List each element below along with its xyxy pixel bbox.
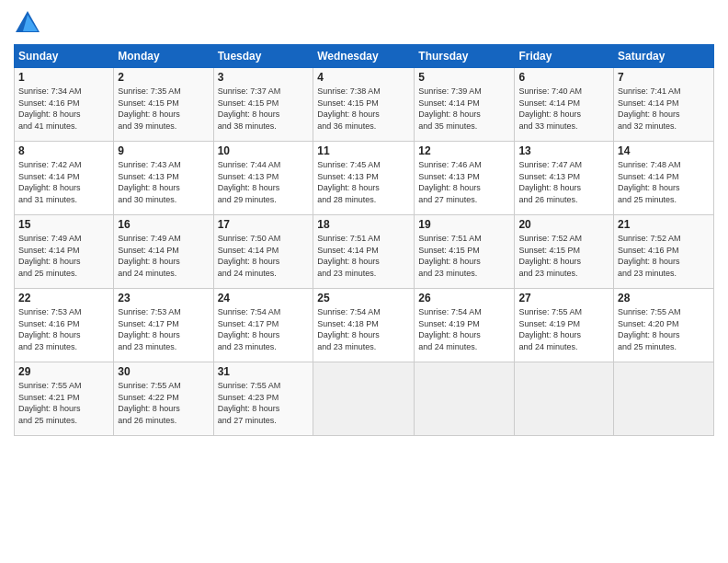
logo <box>14 9 45 37</box>
calendar-cell: 26Sunrise: 7:54 AMSunset: 4:19 PMDayligh… <box>415 289 515 362</box>
day-number: 8 <box>18 144 109 157</box>
day-number: 23 <box>118 292 209 304</box>
calendar-cell: 21Sunrise: 7:52 AMSunset: 4:16 PMDayligh… <box>614 215 714 289</box>
calendar-cell: 12Sunrise: 7:46 AMSunset: 4:13 PMDayligh… <box>415 142 515 215</box>
calendar-week-5: 29Sunrise: 7:55 AMSunset: 4:21 PMDayligh… <box>15 362 714 436</box>
day-info: Sunrise: 7:49 AMSunset: 4:14 PMDaylight:… <box>118 233 209 279</box>
day-info: Sunrise: 7:41 AMSunset: 4:14 PMDaylight:… <box>618 86 710 132</box>
calendar-cell: 23Sunrise: 7:53 AMSunset: 4:17 PMDayligh… <box>114 289 213 362</box>
day-info: Sunrise: 7:50 AMSunset: 4:14 PMDaylight:… <box>218 233 310 279</box>
day-number: 12 <box>418 144 510 157</box>
day-info: Sunrise: 7:37 AMSunset: 4:15 PMDaylight:… <box>218 86 310 132</box>
day-number: 27 <box>518 292 609 304</box>
calendar-cell <box>313 362 415 436</box>
calendar-cell <box>614 362 714 436</box>
day-header-tuesday: Tuesday <box>213 45 313 68</box>
calendar-week-4: 22Sunrise: 7:53 AMSunset: 4:16 PMDayligh… <box>15 289 714 362</box>
calendar-cell: 27Sunrise: 7:55 AMSunset: 4:19 PMDayligh… <box>515 289 614 362</box>
day-number: 11 <box>317 144 410 157</box>
day-number: 14 <box>618 144 710 157</box>
calendar-week-2: 8Sunrise: 7:42 AMSunset: 4:14 PMDaylight… <box>15 142 714 215</box>
day-number: 10 <box>218 144 310 157</box>
day-number: 22 <box>18 292 109 304</box>
day-number: 29 <box>18 365 109 378</box>
day-info: Sunrise: 7:40 AMSunset: 4:14 PMDaylight:… <box>518 86 609 132</box>
calendar-cell: 9Sunrise: 7:43 AMSunset: 4:13 PMDaylight… <box>114 142 213 215</box>
calendar-cell: 10Sunrise: 7:44 AMSunset: 4:13 PMDayligh… <box>213 142 313 215</box>
day-info: Sunrise: 7:42 AMSunset: 4:14 PMDaylight:… <box>18 159 109 205</box>
calendar-cell: 2Sunrise: 7:35 AMSunset: 4:15 PMDaylight… <box>114 68 213 142</box>
calendar-cell: 30Sunrise: 7:55 AMSunset: 4:22 PMDayligh… <box>114 362 213 436</box>
calendar-cell <box>515 362 614 436</box>
calendar-cell <box>415 362 515 436</box>
day-header-monday: Monday <box>114 45 213 68</box>
day-number: 17 <box>218 218 310 231</box>
day-number: 20 <box>518 218 609 231</box>
day-number: 3 <box>218 71 310 84</box>
day-info: Sunrise: 7:53 AMSunset: 4:17 PMDaylight:… <box>118 306 209 352</box>
calendar-body: 1Sunrise: 7:34 AMSunset: 4:16 PMDaylight… <box>15 68 714 436</box>
day-info: Sunrise: 7:54 AMSunset: 4:18 PMDaylight:… <box>317 306 410 352</box>
calendar-cell: 6Sunrise: 7:40 AMSunset: 4:14 PMDaylight… <box>515 68 614 142</box>
calendar-cell: 28Sunrise: 7:55 AMSunset: 4:20 PMDayligh… <box>614 289 714 362</box>
day-info: Sunrise: 7:51 AMSunset: 4:14 PMDaylight:… <box>317 233 410 279</box>
day-info: Sunrise: 7:55 AMSunset: 4:22 PMDaylight:… <box>118 380 209 426</box>
day-number: 15 <box>18 218 109 231</box>
calendar-header-row: SundayMondayTuesdayWednesdayThursdayFrid… <box>15 45 714 68</box>
day-number: 24 <box>218 292 310 304</box>
day-number: 21 <box>618 218 710 231</box>
calendar-cell: 8Sunrise: 7:42 AMSunset: 4:14 PMDaylight… <box>15 142 114 215</box>
day-info: Sunrise: 7:51 AMSunset: 4:15 PMDaylight:… <box>418 233 510 279</box>
day-number: 16 <box>118 218 209 231</box>
calendar-cell: 18Sunrise: 7:51 AMSunset: 4:14 PMDayligh… <box>313 215 415 289</box>
calendar-cell: 22Sunrise: 7:53 AMSunset: 4:16 PMDayligh… <box>15 289 114 362</box>
calendar-table: SundayMondayTuesdayWednesdayThursdayFrid… <box>14 44 714 436</box>
day-info: Sunrise: 7:35 AMSunset: 4:15 PMDaylight:… <box>118 86 209 132</box>
calendar-cell: 15Sunrise: 7:49 AMSunset: 4:14 PMDayligh… <box>15 215 114 289</box>
day-number: 1 <box>18 71 109 84</box>
day-number: 13 <box>518 144 609 157</box>
day-number: 25 <box>317 292 410 304</box>
day-info: Sunrise: 7:43 AMSunset: 4:13 PMDaylight:… <box>118 159 209 205</box>
day-number: 19 <box>418 218 510 231</box>
day-info: Sunrise: 7:44 AMSunset: 4:13 PMDaylight:… <box>218 159 310 205</box>
page: SundayMondayTuesdayWednesdayThursdayFrid… <box>0 0 728 563</box>
day-info: Sunrise: 7:48 AMSunset: 4:14 PMDaylight:… <box>618 159 710 205</box>
day-number: 5 <box>418 71 510 84</box>
calendar-cell: 25Sunrise: 7:54 AMSunset: 4:18 PMDayligh… <box>313 289 415 362</box>
day-number: 4 <box>317 71 410 84</box>
day-number: 18 <box>317 218 410 231</box>
day-header-thursday: Thursday <box>415 45 515 68</box>
day-header-sunday: Sunday <box>15 45 114 68</box>
calendar-cell: 29Sunrise: 7:55 AMSunset: 4:21 PMDayligh… <box>15 362 114 436</box>
calendar-week-3: 15Sunrise: 7:49 AMSunset: 4:14 PMDayligh… <box>15 215 714 289</box>
day-info: Sunrise: 7:47 AMSunset: 4:13 PMDaylight:… <box>518 159 609 205</box>
day-info: Sunrise: 7:52 AMSunset: 4:15 PMDaylight:… <box>518 233 609 279</box>
day-info: Sunrise: 7:38 AMSunset: 4:15 PMDaylight:… <box>317 86 410 132</box>
day-number: 9 <box>118 144 209 157</box>
header <box>14 9 714 37</box>
day-header-friday: Friday <box>515 45 614 68</box>
calendar-cell: 4Sunrise: 7:38 AMSunset: 4:15 PMDaylight… <box>313 68 415 142</box>
day-info: Sunrise: 7:55 AMSunset: 4:23 PMDaylight:… <box>218 380 310 426</box>
calendar-cell: 31Sunrise: 7:55 AMSunset: 4:23 PMDayligh… <box>213 362 313 436</box>
day-number: 28 <box>618 292 710 304</box>
day-info: Sunrise: 7:55 AMSunset: 4:21 PMDaylight:… <box>18 380 109 426</box>
day-number: 30 <box>118 365 209 378</box>
calendar-cell: 19Sunrise: 7:51 AMSunset: 4:15 PMDayligh… <box>415 215 515 289</box>
calendar-cell: 14Sunrise: 7:48 AMSunset: 4:14 PMDayligh… <box>614 142 714 215</box>
day-number: 6 <box>518 71 609 84</box>
calendar-cell: 17Sunrise: 7:50 AMSunset: 4:14 PMDayligh… <box>213 215 313 289</box>
day-info: Sunrise: 7:45 AMSunset: 4:13 PMDaylight:… <box>317 159 410 205</box>
day-header-wednesday: Wednesday <box>313 45 415 68</box>
day-number: 7 <box>618 71 710 84</box>
calendar-cell: 7Sunrise: 7:41 AMSunset: 4:14 PMDaylight… <box>614 68 714 142</box>
calendar-cell: 24Sunrise: 7:54 AMSunset: 4:17 PMDayligh… <box>213 289 313 362</box>
day-info: Sunrise: 7:54 AMSunset: 4:17 PMDaylight:… <box>218 306 310 352</box>
day-info: Sunrise: 7:54 AMSunset: 4:19 PMDaylight:… <box>418 306 510 352</box>
calendar-cell: 11Sunrise: 7:45 AMSunset: 4:13 PMDayligh… <box>313 142 415 215</box>
calendar-cell: 3Sunrise: 7:37 AMSunset: 4:15 PMDaylight… <box>213 68 313 142</box>
day-info: Sunrise: 7:34 AMSunset: 4:16 PMDaylight:… <box>18 86 109 132</box>
logo-icon <box>14 9 41 37</box>
calendar-cell: 5Sunrise: 7:39 AMSunset: 4:14 PMDaylight… <box>415 68 515 142</box>
